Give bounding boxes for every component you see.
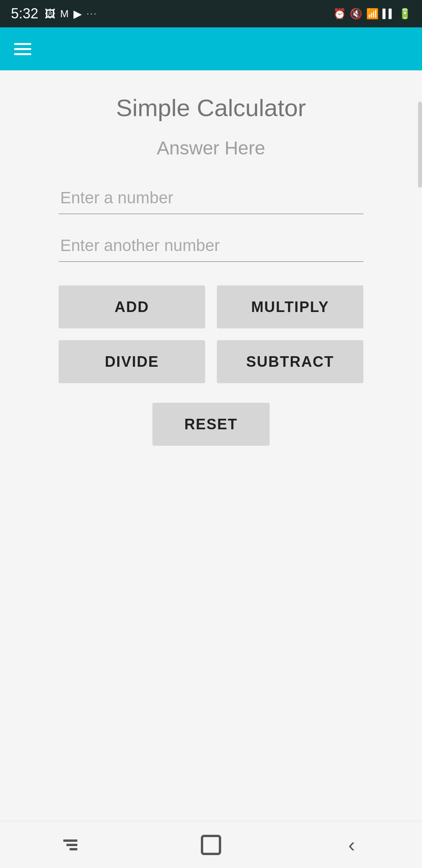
gmail-icon: M: [60, 8, 69, 20]
status-icons-right: ⏰ 🔇 📶 ▌▌ 🔋: [333, 8, 411, 20]
mute-icon: 🔇: [350, 8, 362, 20]
status-time: 5:32: [11, 5, 38, 22]
recents-button[interactable]: [55, 829, 86, 861]
add-button[interactable]: ADD: [59, 285, 205, 328]
second-button-row: DIVIDE SUBTRACT: [59, 340, 363, 383]
reset-button[interactable]: RESET: [152, 403, 270, 446]
more-icon: ···: [87, 9, 97, 19]
recents-icon: [63, 839, 77, 850]
divide-button[interactable]: DIVIDE: [59, 340, 205, 383]
app-bar: [0, 27, 422, 70]
home-icon: [201, 835, 221, 855]
status-icons-left: 🖼 M ▶ ···: [45, 7, 97, 20]
battery-icon: 🔋: [399, 8, 411, 20]
photo-icon: 🖼: [45, 7, 55, 20]
scrollbar[interactable]: [418, 102, 422, 188]
answer-display: Answer Here: [31, 137, 391, 159]
main-content: Simple Calculator Answer Here ADD MULTIP…: [0, 70, 422, 821]
multiply-button[interactable]: MULTIPLY: [217, 285, 363, 328]
subtract-button[interactable]: SUBTRACT: [217, 340, 363, 383]
bottom-nav: ‹: [0, 821, 422, 868]
signal-icon: ▌▌: [383, 9, 395, 19]
second-number-input[interactable]: [59, 230, 363, 262]
hamburger-menu-button[interactable]: [14, 43, 31, 55]
back-icon: ‹: [348, 835, 355, 855]
wifi-icon: 📶: [366, 8, 379, 20]
input-group: [59, 182, 363, 262]
first-button-row: ADD MULTIPLY: [59, 285, 363, 328]
home-button[interactable]: [195, 829, 227, 861]
youtube-icon: ▶: [73, 7, 82, 20]
operation-buttons: ADD MULTIPLY DIVIDE SUBTRACT: [59, 285, 363, 383]
status-bar: 5:32 🖼 M ▶ ··· ⏰ 🔇 📶 ▌▌ 🔋: [0, 0, 422, 27]
back-button[interactable]: ‹: [336, 829, 367, 861]
app-title: Simple Calculator: [31, 94, 391, 122]
alarm-icon: ⏰: [333, 8, 346, 20]
first-number-input[interactable]: [59, 182, 363, 214]
reset-row: RESET: [152, 403, 270, 446]
